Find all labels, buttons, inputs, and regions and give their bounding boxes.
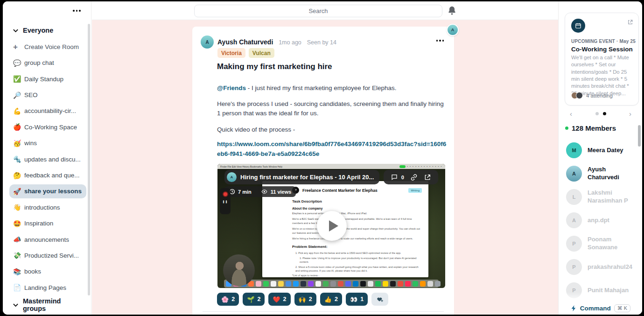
post-paragraph: @Friends - I just hired my first marketi… [217, 84, 446, 93]
sidebar-scrollbar[interactable] [88, 24, 90, 295]
comments-divider [203, 311, 444, 312]
video-stats-pill: 7 min 11 views [224, 186, 296, 197]
sidebar-item-label: group chat [24, 59, 54, 66]
sidebar-item-books[interactable]: 📚 books [9, 265, 86, 279]
mention-friends[interactable]: @Friends [217, 84, 246, 91]
notification-bell-icon[interactable] [448, 6, 456, 17]
apple-icon: 🍎 [13, 124, 24, 130]
macos-menubar: Finder File Edit View History Bookmarks … [217, 164, 445, 169]
sidebar-item-updates[interactable]: 🔩 updates and discu... [9, 152, 86, 166]
sidebar-item-daily-standup[interactable]: ✅ Daily Standup [9, 72, 86, 86]
sidebar-item-landing-pages[interactable]: 📄 Landing Pages [9, 281, 86, 295]
eye-icon [261, 189, 268, 195]
tag-victoria[interactable]: Victoria [217, 48, 245, 58]
money-wings-icon: 💸 [13, 252, 24, 259]
member-row[interactable]: A anp.dpt [566, 209, 636, 232]
pause-icon[interactable]: ❚❚ [222, 200, 228, 203]
carousel-next-icon[interactable]: › [629, 109, 631, 119]
feed-area: A Ayush Chaturvedi 1mo ago Seen by 14 Vi… [92, 20, 558, 315]
paragraph-text: - I just hired my first marketing employ… [246, 84, 397, 91]
open-external-icon[interactable] [424, 174, 431, 181]
sidebar-item-announcements[interactable]: 📣 announcements [9, 232, 86, 246]
avatar: A [566, 166, 582, 182]
record-button-icon[interactable] [223, 191, 228, 197]
reaction-heart[interactable]: ❤️2 [268, 293, 290, 306]
post-card: A Ayush Chaturvedi 1mo ago Seen by 14 Vi… [192, 27, 454, 315]
sidebar-item-label: announcements [24, 236, 69, 243]
sidebar-item-accountability[interactable]: 💪 accountability-cir... [9, 104, 86, 118]
sidebar-item-inspiration[interactable]: 🤩 Inspiration [9, 217, 86, 231]
command-footer[interactable]: Command ⌘ K [559, 302, 642, 315]
add-reaction-button[interactable] [371, 293, 388, 306]
dock-app-icon [256, 281, 261, 287]
doc-section-heading: Problem Statement: [292, 245, 422, 249]
sidebar-menu-button[interactable] [73, 10, 81, 12]
sidebar-section-mastermind-groups[interactable]: Mastermind groups [9, 297, 86, 313]
loom-video-embed[interactable]: Finder File Edit View History Bookmarks … [217, 164, 445, 288]
search-input[interactable] [194, 5, 442, 17]
sidebar-section-everyone[interactable]: Everyone [9, 24, 86, 38]
post-options-button[interactable] [436, 40, 444, 42]
plus-icon: + [13, 43, 24, 51]
upcoming-event-card[interactable]: UPCOMING EVENT · May 25 Co-Working Sessi… [565, 13, 639, 105]
reaction-flower[interactable]: 🌸2 [217, 293, 239, 306]
doc-paragraph: We're hiring a freelance content markete… [292, 237, 422, 240]
video-title-pill[interactable]: A Hiring first marketer for Elephas - 10… [224, 170, 379, 184]
sidebar-item-productized-services[interactable]: 💸 Productized Servi... [9, 248, 86, 262]
open-event-external-icon[interactable] [627, 19, 633, 27]
copy-link-icon[interactable] [410, 174, 418, 181]
post-header: Ayush Chaturvedi 1mo ago Seen by 14 [217, 38, 336, 46]
reaction-eyes[interactable]: 👀1 [346, 293, 368, 306]
tag-vulcan[interactable]: Vulcan [249, 48, 274, 58]
avatar: A [227, 172, 237, 182]
sidebar-item-feedback[interactable]: 🤔 feedback and que... [9, 169, 86, 183]
reaction-seedling[interactable]: 🌱2 [243, 293, 265, 306]
seen-avatar[interactable]: A [447, 24, 459, 36]
members-scrollbar[interactable] [638, 125, 641, 147]
sidebar-item-group-chat[interactable]: 💬 group chat [9, 56, 86, 70]
avatar[interactable]: A [201, 35, 214, 49]
sidebar-item-coworking-space[interactable]: 🍎 Co-Working Space [9, 120, 86, 134]
sidebar-item-label: introductions [24, 204, 60, 211]
member-row[interactable]: M Meera Datey [566, 139, 636, 162]
event-title: Co-Working Session [571, 46, 633, 53]
sidebar-item-introductions[interactable]: 👋 introductions [9, 200, 86, 214]
member-row[interactable]: P prakashrahul24 [566, 255, 636, 279]
menubar-status-icons: ▪ ▪ ▪ ▪ ▪ ▪ ▪ ▪ ▪ ▪ ▪ ▪ ▪ [407, 165, 442, 168]
create-voice-room-label: Create Voice Room [24, 43, 79, 50]
wave-icon: 👋 [13, 204, 24, 211]
reaction-raised-hands[interactable]: 🙌2 [294, 293, 316, 306]
dock-app-icon [405, 281, 411, 287]
doc-apps-intro: *List of apps to review - [292, 274, 422, 277]
sidebar-item-share-your-lessons[interactable]: 🚀 share your lessons [9, 184, 86, 198]
play-button[interactable] [317, 211, 347, 241]
sidebar-item-wins[interactable]: 🥳 wins [9, 136, 86, 150]
recording-widget[interactable]: ❚❚ [220, 188, 231, 214]
member-name: anp.dpt [588, 217, 609, 225]
comment-icon[interactable] [391, 174, 398, 181]
post-author-name[interactable]: Ayush Chaturvedi [217, 38, 273, 46]
post-timestamp: 1mo ago [279, 39, 301, 46]
member-row[interactable]: L Lakshmi Narasimhan P [566, 185, 636, 209]
loom-link[interactable]: https://www.loom.com/share/6b9fba0f776e4… [217, 140, 447, 159]
event-icon-circle [571, 19, 585, 33]
avatar: P [566, 259, 582, 275]
event-description: We'll get on a call * Mute ourselves * S… [571, 54, 634, 97]
reaction-count: 2 [257, 296, 260, 302]
recording-indicator [399, 165, 406, 168]
sidebar-item-seo[interactable]: 🔎 SEO [9, 88, 86, 102]
sidebar-item-label: books [24, 268, 41, 275]
member-row[interactable]: P Poonam Sonawane [566, 232, 636, 255]
member-name: Lakshmi Narasimhan P [588, 189, 636, 205]
create-voice-room-button[interactable]: + Create Voice Room [9, 40, 86, 54]
member-row[interactable]: A Ayush Chaturvedi [566, 162, 636, 185]
carousel-dot[interactable] [595, 112, 599, 115]
dock-app-icon [353, 281, 358, 287]
doc-title: Freelance Content Marketer for Elephas [302, 188, 408, 193]
muscle-icon: 💪 [13, 108, 24, 114]
carousel-dot[interactable] [603, 112, 606, 115]
channel-list: Everyone + Create Voice Room 💬 group cha… [9, 24, 86, 315]
post-seen-count[interactable]: Seen by 14 [307, 39, 336, 46]
sidebar-item-label: Landing Pages [24, 284, 66, 291]
reaction-thumbs-up[interactable]: 👍2 [320, 293, 342, 306]
